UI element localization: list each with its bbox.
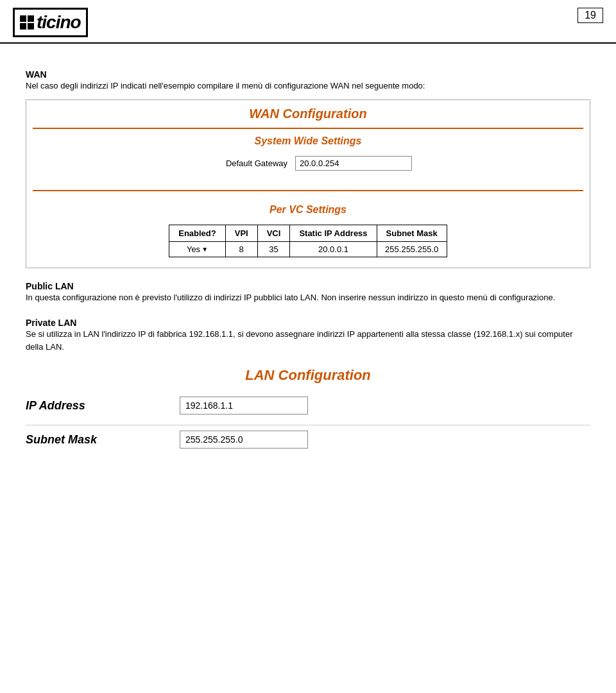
public-lan-section: Public LAN In questa configurazione non … <box>26 281 590 305</box>
logo-text: ticino <box>37 12 81 33</box>
col-header-subnet-mask: Subnet Mask <box>377 225 447 241</box>
wan-config-title: WAN Configuration <box>249 107 366 121</box>
ip-address-input[interactable] <box>180 397 308 415</box>
ip-address-row: IP Address <box>26 397 590 415</box>
ip-address-label: IP Address <box>26 399 154 413</box>
system-wide-subsection: System Wide Settings Default Gateway <box>26 129 590 184</box>
main-content: WAN Nel caso degli indirizzi IP indicati… <box>0 44 616 472</box>
header: ticino 19 <box>0 0 616 44</box>
public-lan-label: Public LAN <box>26 281 74 291</box>
col-header-enabled: Enabled? <box>169 225 226 241</box>
dropdown-arrow-icon: ▼ <box>201 246 208 253</box>
private-lan-text: Se si utilizza in LAN l'indirizzo IP di … <box>26 329 573 352</box>
default-gateway-input[interactable] <box>295 156 412 171</box>
table-row: Yes ▼ 8 35 20.0.0.1 255.255.255.0 <box>169 241 447 257</box>
logo-square-1 <box>20 15 26 22</box>
default-gateway-label: Default Gateway <box>204 158 287 168</box>
enabled-value: Yes <box>187 244 200 254</box>
wan-config-box: WAN Configuration System Wide Settings D… <box>26 99 590 268</box>
logo-square-4 <box>28 23 34 30</box>
logo-area: ticino <box>13 8 88 37</box>
wan-label: WAN <box>26 69 47 80</box>
wan-config-header: WAN Configuration <box>26 100 590 128</box>
cell-enabled: Yes ▼ <box>169 241 226 257</box>
system-wide-title: System Wide Settings <box>39 135 577 147</box>
default-gateway-row: Default Gateway <box>39 156 577 171</box>
col-header-vci: VCI <box>257 225 290 241</box>
lan-config-title: LAN Configuration <box>26 367 590 384</box>
subnet-mask-row: Subnet Mask <box>26 431 590 449</box>
lan-divider-1 <box>26 425 590 425</box>
logo-square-3 <box>20 23 26 30</box>
page-container: ticino 19 WAN Nel caso degli indirizzi I… <box>0 0 616 693</box>
cell-vpi: 8 <box>225 241 257 257</box>
page-number: 19 <box>578 8 603 23</box>
private-lan-section: Private LAN Se si utilizza in LAN l'indi… <box>26 318 590 355</box>
wan-description: Nel caso degli indirizzi IP indicati nel… <box>26 81 425 90</box>
private-lan-label: Private LAN <box>26 318 76 328</box>
enabled-select[interactable]: Yes ▼ <box>175 244 220 254</box>
cell-vci: 35 <box>257 241 290 257</box>
subnet-mask-label: Subnet Mask <box>26 433 154 447</box>
cell-subnet-mask: 255.255.255.0 <box>377 241 447 257</box>
col-header-vpi: VPI <box>225 225 257 241</box>
logo-square-2 <box>28 15 34 22</box>
logo-box: ticino <box>13 8 88 37</box>
subnet-mask-input[interactable] <box>180 431 308 449</box>
vc-table: Enabled? VPI VCI Static IP Address Subne… <box>169 225 447 257</box>
cell-static-ip: 20.0.0.1 <box>290 241 377 257</box>
col-header-static-ip: Static IP Address <box>290 225 377 241</box>
per-vc-title: Per VC Settings <box>39 204 577 216</box>
public-lan-text: In questa configurazione non è previsto … <box>26 293 555 302</box>
middle-divider <box>33 190 583 191</box>
wan-intro-section: WAN Nel caso degli indirizzi IP indicati… <box>26 69 590 93</box>
per-vc-section: Per VC Settings Enabled? VPI VCI Static … <box>26 198 590 268</box>
logo-squares <box>20 15 34 30</box>
